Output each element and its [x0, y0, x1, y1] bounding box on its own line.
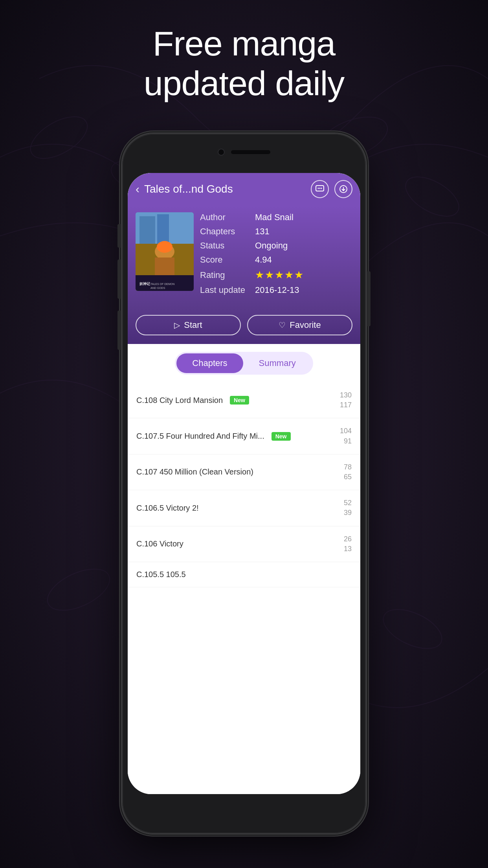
- chat-button[interactable]: [311, 180, 329, 198]
- chapter-left: C.106.5 Victory 2!: [136, 504, 344, 513]
- chapter-number: 52: [344, 498, 352, 508]
- svg-point-8: [318, 188, 319, 189]
- last-update-value: 2016-12-13: [255, 285, 299, 295]
- list-item[interactable]: C.106 Victory 2613: [128, 526, 360, 562]
- svg-text:妖神记: 妖神记: [139, 282, 150, 286]
- power-button: [367, 271, 371, 326]
- favorite-button[interactable]: ♡ Favorite: [247, 315, 352, 335]
- svg-point-20: [157, 241, 172, 253]
- manga-title: Tales of...nd Gods: [144, 183, 306, 195]
- author-value: Mad Snail: [255, 212, 294, 223]
- score-label: Score: [200, 255, 255, 265]
- svg-point-3: [399, 169, 465, 224]
- author-label: Author: [200, 212, 255, 223]
- list-item[interactable]: C.108 City Lord Mansion New 130117: [128, 383, 360, 418]
- list-item[interactable]: C.107 450 Million (Clean Version) 7865: [128, 454, 360, 490]
- tab-summary[interactable]: Summary: [243, 353, 312, 373]
- chapter-number: 104: [340, 426, 352, 436]
- manga-cover: 妖神记 TALES OF DEMON AND GODS: [136, 212, 194, 291]
- chapter-numbers: 5239: [344, 498, 352, 518]
- status-label: Status: [200, 241, 255, 251]
- last-update-row: Last update 2016-12-13: [200, 285, 352, 295]
- chapter-number: 26: [344, 534, 352, 544]
- chapter-number: 130: [340, 390, 352, 400]
- chapters-value: 131: [255, 226, 270, 237]
- chapter-numbers: 7865: [344, 462, 352, 482]
- chapter-numbers: 10491: [340, 426, 352, 446]
- status-value: Ongoing: [255, 241, 288, 251]
- manga-info-section: 妖神记 TALES OF DEMON AND GODS Author Mad S…: [128, 206, 360, 309]
- chapter-left: C.107 450 Million (Clean Version): [136, 467, 344, 476]
- volume-up-button: [117, 259, 121, 299]
- camera-lens: [218, 149, 225, 156]
- chapter-number: 39: [344, 508, 352, 518]
- tabs-container: Chapters Summary: [175, 352, 313, 375]
- chapter-title: C.108 City Lord Mansion: [136, 396, 223, 405]
- score-value: 4.94: [255, 255, 272, 265]
- chapter-number: 91: [344, 436, 352, 446]
- svg-rect-15: [139, 216, 155, 244]
- author-row: Author Mad Snail: [200, 212, 352, 223]
- status-row: Status Ongoing: [200, 241, 352, 251]
- chapters-row: Chapters 131: [200, 226, 352, 237]
- chapter-list[interactable]: C.108 City Lord Mansion New 130117 C.107…: [128, 383, 360, 794]
- chapter-numbers: 130117: [340, 390, 352, 410]
- start-label: Start: [184, 320, 202, 330]
- chapter-numbers: 2613: [344, 534, 352, 554]
- rating-row: Rating ★★★★★: [200, 269, 352, 281]
- heart-icon: ♡: [279, 320, 286, 330]
- svg-text:TALES OF DEMON: TALES OF DEMON: [150, 283, 174, 285]
- manga-details: Author Mad Snail Chapters 131 Status Ong…: [200, 212, 352, 299]
- list-item[interactable]: C.106.5 Victory 2! 5239: [128, 490, 360, 526]
- chapter-number: 65: [344, 472, 352, 482]
- list-item[interactable]: C.107.5 Four Hundred And Fifty Mi... New…: [128, 418, 360, 454]
- phone-frame: ‹ Tales of...nd Gods: [122, 134, 366, 833]
- back-button[interactable]: ‹: [136, 182, 139, 196]
- chapter-left: C.105.5 105.5: [136, 570, 352, 579]
- svg-point-10: [321, 188, 322, 189]
- chapter-title: C.106 Victory: [136, 539, 183, 548]
- chapters-label: Chapters: [200, 226, 255, 237]
- page-headline: Free manga updated daily: [0, 24, 488, 103]
- last-update-label: Last update: [200, 285, 255, 295]
- new-badge: New: [230, 396, 249, 405]
- chapter-number: 117: [340, 400, 352, 410]
- svg-rect-16: [157, 214, 169, 244]
- svg-point-4: [41, 561, 116, 619]
- list-item[interactable]: C.105.5 105.5: [128, 562, 360, 587]
- speaker-bar: [231, 150, 270, 154]
- camera-area: [218, 149, 270, 156]
- app-ui: ‹ Tales of...nd Gods: [128, 173, 360, 794]
- tabs-bar: Chapters Summary: [128, 344, 360, 383]
- svg-point-9: [319, 188, 321, 189]
- start-button[interactable]: ▷ Start: [136, 315, 241, 335]
- chapter-left: C.106 Victory: [136, 539, 344, 548]
- chapter-title: C.106.5 Victory 2!: [136, 504, 199, 513]
- svg-text:AND GODS: AND GODS: [150, 287, 165, 289]
- volume-down-button: [117, 311, 121, 350]
- chapter-title: C.105.5 105.5: [136, 570, 186, 579]
- phone-screen: ‹ Tales of...nd Gods: [128, 173, 360, 794]
- stars: ★★★★★: [255, 269, 304, 281]
- chapter-title: C.107.5 Four Hundred And Fifty Mi...: [136, 432, 264, 441]
- mute-button: [117, 224, 121, 248]
- app-header: ‹ Tales of...nd Gods: [128, 173, 360, 206]
- svg-point-0: [24, 108, 94, 167]
- svg-point-5: [378, 601, 448, 657]
- favorite-label: Favorite: [290, 320, 321, 330]
- chapter-number: 78: [344, 462, 352, 472]
- chapter-title: C.107 450 Million (Clean Version): [136, 467, 253, 476]
- download-button[interactable]: [334, 180, 352, 198]
- action-buttons-section: ▷ Start ♡ Favorite: [128, 309, 360, 344]
- chapter-left: C.107.5 Four Hundred And Fifty Mi... New: [136, 432, 340, 441]
- rating-label: Rating: [200, 270, 255, 280]
- new-badge: New: [272, 432, 291, 441]
- score-row: Score 4.94: [200, 255, 352, 265]
- tab-chapters[interactable]: Chapters: [176, 353, 243, 373]
- play-icon: ▷: [174, 320, 180, 330]
- header-icons: [311, 180, 352, 198]
- chapter-left: C.108 City Lord Mansion New: [136, 396, 340, 405]
- chapter-number: 13: [344, 544, 352, 554]
